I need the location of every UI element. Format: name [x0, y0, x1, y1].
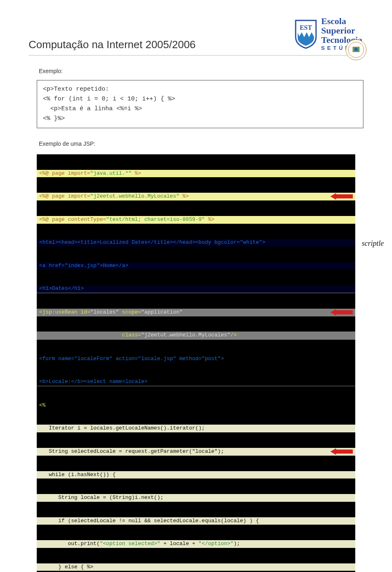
jsp-scriptlet-line: String locale = (String)i.next(); [37, 494, 355, 502]
jsp-scriptlet-line: while (i.hasNext()) { [37, 471, 355, 479]
svg-point-4 [354, 48, 358, 51]
jsp-scriptlet-line: Iterator i = locales.getLocaleNames().it… [37, 425, 355, 432]
jsp-code: <%@ page import="java.util.*" %> <%@ pag… [37, 154, 355, 572]
header-divider [29, 55, 363, 56]
jsp-html-line: <h1>Dates</h1> [37, 285, 355, 293]
jsp-scriptlet-open: <% [37, 402, 355, 410]
seal-icon [345, 39, 368, 61]
jsp-directive-line: <%@ page contentType="text/html; charset… [37, 216, 355, 224]
jsp-html-line: <html><head><title>Localized Dates</titl… [37, 239, 355, 247]
jsp-usebean-line: class="j2eetut.webhello.MyLocales"/> [37, 332, 355, 340]
shield-icon: EST [294, 18, 318, 49]
logo-line1: Escola [321, 16, 363, 26]
arrow-icon [330, 193, 353, 200]
arrow-icon [330, 448, 353, 455]
page-title: Computação na Internet 2005/2006 [29, 38, 196, 51]
code-line: <p>Texto repetido: [43, 85, 357, 94]
scriptlet-annotation: scriptle [362, 239, 384, 248]
example-label: Exemplo: [39, 68, 363, 74]
code-line: <% }%> [43, 114, 357, 124]
jsp-scriptlet-line: out.print("<option selected>" + locale +… [37, 540, 355, 548]
logo: EST Escola Superior Tecnologia SETÚBAL [294, 16, 363, 51]
arrow-icon [330, 309, 353, 316]
jsp-html-line: <b>Locale:</b><select name=locale> [37, 378, 355, 386]
jsp-sample: scriptle <%@ page import="java.util.*" %… [37, 154, 355, 572]
jsp-directive-line: <%@ page import="java.util.*" %> [37, 170, 355, 178]
header: Computação na Internet 2005/2006 EST Esc… [29, 16, 363, 51]
jsp-scriptlet-line: String selectedLocale = request.getParam… [37, 448, 355, 456]
svg-text:EST: EST [299, 24, 312, 31]
logo-line2: Superior [321, 26, 363, 35]
jsp-scriptlet-line: } else { %> [37, 563, 355, 571]
jsp-usebean-line: <jsp:useBean id="locales" scope="applica… [37, 309, 355, 316]
page: Computação na Internet 2005/2006 EST Esc… [0, 0, 392, 572]
code-line: <p>Esta é a linha <%=i %> [43, 104, 357, 114]
code-box: <p>Texto repetido: <% for (int i = 0; i … [37, 80, 363, 128]
jsp-html-line: <form name="localeForm" action="locale.j… [37, 355, 355, 363]
jsp-label: Exemplo de uma JSP: [39, 140, 363, 147]
jsp-directive-line: <%@ page import="j2eetut.webhello.MyLoca… [37, 193, 355, 200]
code-line: <% for (int i = 0; i < 10; i++) { %> [43, 94, 357, 104]
jsp-scriptlet-line: if (selectedLocale != null && selectedLo… [37, 517, 355, 525]
jsp-html-line: <a href="index.jsp">Home</a> [37, 262, 355, 270]
